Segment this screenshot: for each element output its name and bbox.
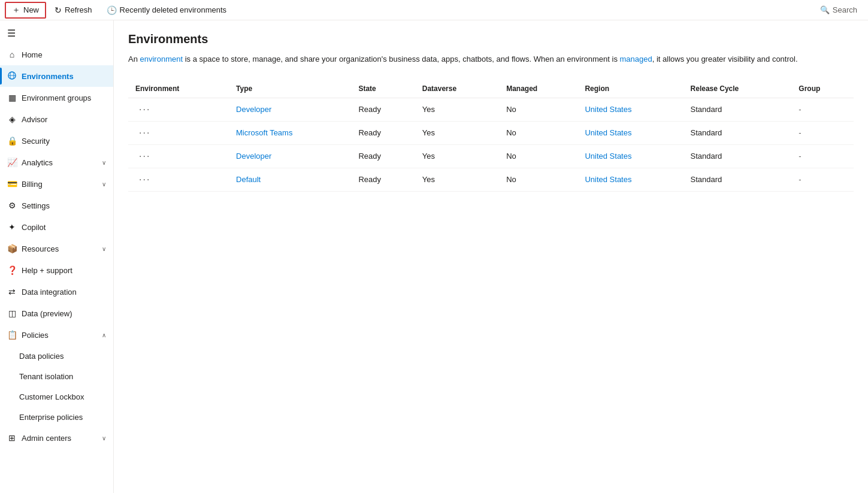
main-content: Environments An environment is a space t… — [114, 20, 868, 493]
cell-managed: No — [499, 98, 577, 121]
sidebar-item-label: Policies — [22, 331, 49, 340]
history-icon: 🕒 — [107, 5, 117, 15]
sidebar-item-label: Analytics — [22, 158, 53, 167]
refresh-button[interactable]: ↻ Refresh — [49, 2, 98, 19]
table-row: ··· Microsoft Teams Ready Yes No United … — [128, 121, 854, 144]
data-integration-icon: ⇄ — [7, 287, 17, 297]
sidebar-item-analytics[interactable]: 📈 Analytics ∨ — [0, 152, 113, 173]
settings-icon: ⚙ — [7, 201, 17, 210]
sidebar-item-help-support[interactable]: ❓ Help + support — [0, 259, 113, 281]
sidebar-item-resources[interactable]: 📦 Resources ∨ — [0, 238, 113, 259]
cell-dataverse: Yes — [415, 98, 499, 121]
cell-region: United States — [577, 98, 683, 121]
hamburger-icon[interactable]: ☰ — [0, 23, 113, 44]
cell-dataverse: Yes — [415, 168, 499, 191]
advisor-icon: ◈ — [7, 114, 17, 124]
sidebar-item-copilot[interactable]: ✦ Copilot — [0, 216, 113, 238]
sidebar-sub-item-label: Customer Lockbox — [19, 392, 84, 401]
sidebar-item-environment-groups[interactable]: ▦ Environment groups — [0, 87, 113, 108]
cell-state: Ready — [351, 98, 415, 121]
cell-type: Developer — [229, 144, 351, 168]
billing-icon: 💳 — [7, 179, 17, 189]
sidebar-item-home[interactable]: ⌂ Home — [0, 44, 113, 65]
cell-dataverse: Yes — [415, 121, 499, 144]
resources-icon: 📦 — [7, 244, 17, 253]
sidebar-item-label: Resources — [22, 244, 59, 253]
chevron-down-icon: ∨ — [102, 435, 106, 441]
new-button[interactable]: ＋ New — [5, 2, 46, 19]
sidebar-item-data-policies[interactable]: Data policies — [0, 346, 113, 366]
row-more-button[interactable]: ··· — [135, 126, 154, 140]
environment-link[interactable]: environment — [140, 55, 183, 63]
row-more-button[interactable]: ··· — [135, 150, 154, 163]
sidebar-item-admin-centers[interactable]: ⊞ Admin centers ∨ — [0, 427, 113, 449]
sidebar-item-billing[interactable]: 💳 Billing ∨ — [0, 173, 113, 195]
cell-state: Ready — [351, 121, 415, 144]
help-icon: ❓ — [7, 265, 17, 275]
cell-dataverse: Yes — [415, 144, 499, 168]
search-button[interactable]: 🔍 Search — [814, 3, 863, 17]
refresh-icon: ↻ — [55, 5, 62, 15]
environments-table: Environment Type State Dataverse Managed… — [128, 80, 854, 192]
plus-icon: ＋ — [12, 5, 20, 16]
sidebar-item-label: Settings — [22, 201, 50, 210]
data-preview-icon: ◫ — [7, 308, 17, 318]
chevron-down-icon: ∨ — [102, 246, 106, 252]
sidebar-item-tenant-isolation[interactable]: Tenant isolation — [0, 366, 113, 386]
cell-release-cycle: Standard — [683, 121, 792, 144]
page-title: Environments — [128, 32, 854, 46]
table-row: ··· Default Ready Yes No United States S… — [128, 168, 854, 191]
col-header-dataverse: Dataverse — [415, 80, 499, 98]
sidebar-item-enterprise-policies[interactable]: Enterprise policies — [0, 407, 113, 427]
sidebar-item-policies[interactable]: 📋 Policies ∧ — [0, 324, 113, 346]
cell-managed: No — [499, 121, 577, 144]
sidebar: ☰ ⌂ Home Environments ▦ Environment grou… — [0, 20, 114, 493]
sidebar-sub-item-label: Data policies — [19, 352, 63, 361]
environments-icon — [7, 71, 17, 81]
row-more-button[interactable]: ··· — [135, 173, 154, 186]
cell-env-name: ··· — [128, 121, 229, 144]
page-description: An environment is a space to store, mana… — [128, 53, 854, 65]
sidebar-item-environments[interactable]: Environments — [0, 65, 113, 87]
env-groups-icon: ▦ — [7, 93, 17, 102]
col-header-state: State — [351, 80, 415, 98]
col-header-type: Type — [229, 80, 351, 98]
cell-group: - — [791, 168, 854, 191]
cell-group: - — [791, 121, 854, 144]
security-icon: 🔒 — [7, 136, 17, 146]
cell-env-name: ··· — [128, 98, 229, 121]
cell-state: Ready — [351, 168, 415, 191]
recently-deleted-button[interactable]: 🕒 Recently deleted environments — [101, 2, 233, 19]
sidebar-item-label: Security — [22, 137, 50, 146]
chevron-up-icon: ∧ — [102, 332, 106, 338]
sidebar-item-label: Environments — [22, 72, 74, 81]
sidebar-item-settings[interactable]: ⚙ Settings — [0, 195, 113, 216]
sidebar-item-advisor[interactable]: ◈ Advisor — [0, 108, 113, 130]
copilot-icon: ✦ — [7, 222, 17, 232]
cell-group: - — [791, 144, 854, 168]
table-header-row: Environment Type State Dataverse Managed… — [128, 80, 854, 98]
layout: ☰ ⌂ Home Environments ▦ Environment grou… — [0, 20, 868, 493]
sidebar-item-data-integration[interactable]: ⇄ Data integration — [0, 281, 113, 303]
sidebar-item-label: Data (preview) — [22, 309, 72, 318]
sidebar-item-customer-lockbox[interactable]: Customer Lockbox — [0, 386, 113, 407]
col-header-region: Region — [577, 80, 683, 98]
row-more-button[interactable]: ··· — [135, 103, 154, 116]
sidebar-item-security[interactable]: 🔒 Security — [0, 130, 113, 152]
analytics-icon: 📈 — [7, 158, 17, 167]
cell-type: Microsoft Teams — [229, 121, 351, 144]
chevron-down-icon: ∨ — [102, 159, 106, 166]
cell-env-name: ··· — [128, 168, 229, 191]
cell-type: Default — [229, 168, 351, 191]
cell-managed: No — [499, 168, 577, 191]
sidebar-sub-item-label: Tenant isolation — [19, 372, 73, 381]
managed-link[interactable]: managed — [620, 55, 652, 63]
sidebar-item-label: Admin centers — [22, 434, 71, 443]
cell-region: United States — [577, 168, 683, 191]
sidebar-item-data-preview[interactable]: ◫ Data (preview) — [0, 303, 113, 324]
sidebar-item-label: Copilot — [22, 223, 46, 232]
cell-state: Ready — [351, 144, 415, 168]
col-header-group: Group — [791, 80, 854, 98]
cell-release-cycle: Standard — [683, 98, 792, 121]
col-header-managed: Managed — [499, 80, 577, 98]
